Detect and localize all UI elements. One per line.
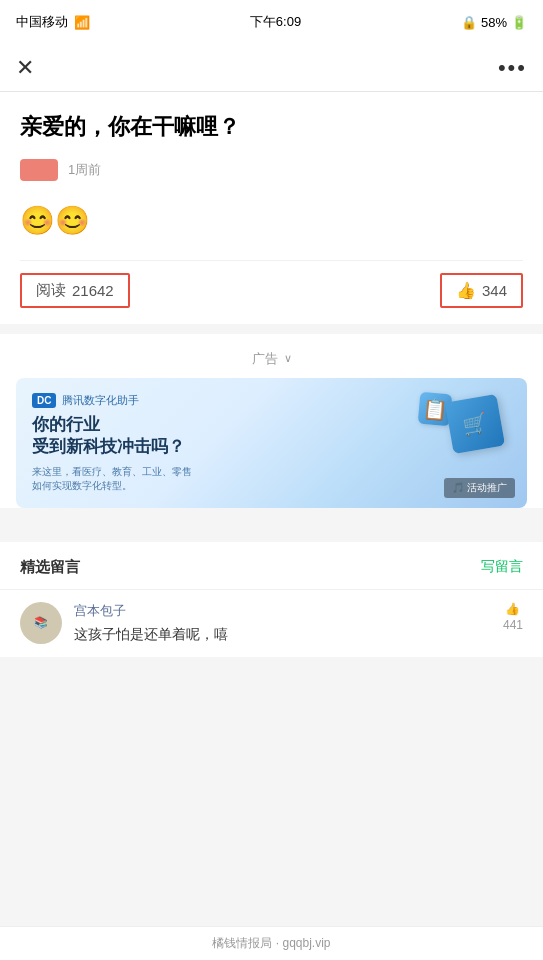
- status-bar: 中国移动 📶 下午6:09 🔒 58% 🔋: [0, 0, 543, 44]
- dc-logo: DC: [32, 393, 56, 408]
- commenter-avatar[interactable]: 📚: [20, 602, 62, 644]
- close-button[interactable]: ✕: [16, 55, 34, 81]
- ad-label: 广告: [252, 350, 278, 368]
- author-avatar[interactable]: [20, 159, 58, 181]
- comment-item: 📚 宫本包子 这孩子怕是还单着呢，嘻 👍 441: [0, 589, 543, 657]
- status-right: 🔒 58% 🔋: [461, 15, 527, 30]
- thumbs-up-icon: 👍: [456, 281, 476, 300]
- commenter-name[interactable]: 宫本包子: [74, 602, 491, 620]
- ad-promo-tag: 🎵 活动推广: [444, 478, 515, 498]
- cube-large: 🛒: [445, 394, 505, 454]
- time-label: 下午6:09: [250, 13, 301, 31]
- author-row: 1周前: [20, 159, 523, 181]
- ad-content-left: DC 腾讯数字化助手 你的行业 受到新科技冲击吗？ 来这里，看医疗、教育、工业、…: [32, 393, 381, 492]
- promo-label: 活动推广: [467, 481, 507, 495]
- lock-icon: 🔒: [461, 15, 477, 30]
- comments-title: 精选留言: [20, 558, 80, 577]
- watermark-text: 橘钱情报局 · gqqbj.vip: [212, 936, 330, 950]
- reads-label: 阅读: [36, 281, 66, 300]
- ad-section: 广告 ∨ DC 腾讯数字化助手 你的行业 受到新科技冲击吗？ 来这里，看医疗、教…: [0, 334, 543, 508]
- ad-company-name: 腾讯数字化助手: [62, 393, 139, 408]
- ad-subtext: 来这里，看医疗、教育、工业、零售如何实现数字化转型。: [32, 465, 381, 493]
- carrier-label: 中国移动: [16, 13, 68, 31]
- watermark: 橘钱情报局 · gqqbj.vip: [0, 926, 543, 960]
- battery-label: 58%: [481, 15, 507, 30]
- article-emoji: 😊😊: [20, 201, 523, 240]
- ad-chevron-icon[interactable]: ∨: [284, 352, 292, 365]
- more-button[interactable]: •••: [498, 55, 527, 81]
- ad-label-row: 广告 ∨: [0, 344, 543, 378]
- battery-icon: 🔋: [511, 15, 527, 30]
- article-area: 亲爱的，你在干嘛哩？ 1周前 😊😊 阅读 21642 👍 344: [0, 92, 543, 324]
- comments-section: 精选留言 写留言 📚 宫本包子 这孩子怕是还单着呢，嘻 👍 441: [0, 542, 543, 657]
- reads-stat: 阅读 21642: [20, 273, 130, 308]
- ad-headline-line2: 受到新科技冲击吗？: [32, 436, 381, 458]
- reads-count: 21642: [72, 282, 114, 299]
- comment-body: 宫本包子 这孩子怕是还单着呢，嘻: [74, 602, 491, 645]
- ad-headline-line1: 你的行业: [32, 414, 381, 436]
- comments-header: 精选留言 写留言: [0, 542, 543, 589]
- comment-text: 这孩子怕是还单着呢，嘻: [74, 624, 491, 645]
- stats-row: 阅读 21642 👍 344: [20, 260, 523, 324]
- status-left: 中国移动 📶: [16, 13, 90, 31]
- author-time: 1周前: [68, 161, 101, 179]
- ad-banner[interactable]: DC 腾讯数字化助手 你的行业 受到新科技冲击吗？ 来这里，看医疗、教育、工业、…: [16, 378, 527, 508]
- cube-icon-small: 📋: [422, 396, 449, 422]
- likes-count: 344: [482, 282, 507, 299]
- avatar-icon: 📚: [34, 616, 48, 629]
- article-title: 亲爱的，你在干嘛哩？: [20, 112, 523, 143]
- nav-bar: ✕ •••: [0, 44, 543, 92]
- comment-like-count: 441: [503, 618, 523, 632]
- comment-likes[interactable]: 👍 441: [503, 602, 523, 632]
- section-divider-2: [0, 522, 543, 532]
- ad-headline: 你的行业 受到新科技冲击吗？: [32, 414, 381, 458]
- comment-thumbs-icon: 👍: [505, 602, 520, 616]
- section-divider: [0, 324, 543, 334]
- promo-icon: 🎵: [452, 482, 464, 493]
- write-comment-button[interactable]: 写留言: [481, 558, 523, 576]
- cube-icon-large: 🛒: [461, 410, 490, 438]
- likes-stat[interactable]: 👍 344: [440, 273, 523, 308]
- ad-logo-row: DC 腾讯数字化助手: [32, 393, 381, 408]
- wifi-icon: 📶: [74, 15, 90, 30]
